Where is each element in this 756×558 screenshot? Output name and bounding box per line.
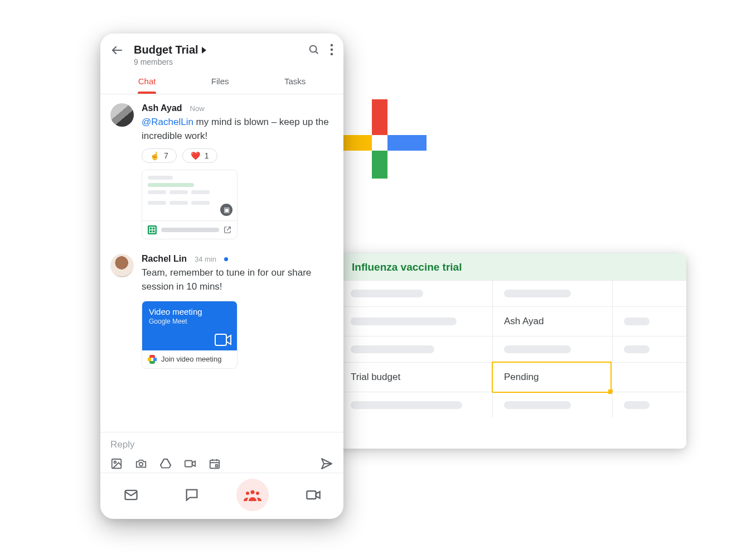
search-icon[interactable] [308, 44, 320, 56]
camera-icon[interactable] [135, 458, 147, 470]
calendar-icon[interactable] [209, 458, 221, 470]
nav-meet[interactable] [297, 479, 329, 511]
google-meet-icon [148, 355, 157, 364]
send-icon[interactable] [320, 457, 333, 470]
open-external-icon[interactable] [224, 226, 231, 234]
tab-chat[interactable]: Chat [134, 70, 161, 94]
svg-rect-25 [307, 491, 316, 499]
author-name: Ash Ayad [142, 103, 182, 113]
meet-subtitle: Google Meet [149, 318, 230, 325]
chevron-right-icon [202, 47, 206, 54]
member-count: 9 members [134, 57, 299, 66]
svg-point-1 [310, 46, 317, 52]
sheets-icon [148, 225, 157, 234]
nav-spaces[interactable] [236, 479, 269, 511]
cell-label[interactable]: Trial budget [351, 372, 400, 383]
sheet-attachment[interactable]: ▣ [142, 170, 238, 239]
attachment-name-placeholder [161, 228, 219, 232]
google-plus-glyph [332, 99, 427, 179]
tab-files[interactable]: Files [207, 70, 234, 94]
svg-point-3 [331, 44, 333, 47]
reaction-chip[interactable]: ☝️ 7 [142, 148, 177, 163]
reaction-emoji: ❤️ [191, 151, 200, 160]
video-tool-icon[interactable] [184, 458, 196, 470]
svg-rect-14 [185, 461, 192, 467]
back-button[interactable] [110, 44, 125, 57]
timestamp: Now [190, 104, 205, 113]
more-icon[interactable] [330, 44, 333, 56]
nav-mail[interactable] [115, 479, 147, 511]
message-text: @RachelLin my mind is blown – keep up th… [142, 116, 333, 143]
author-name: Rachel Lin [142, 254, 187, 264]
reply-area: Reply [100, 432, 343, 473]
insert-icon: ▣ [220, 204, 232, 216]
svg-point-13 [139, 463, 143, 466]
avatar[interactable] [110, 103, 134, 127]
selected-cell[interactable]: Pending [492, 362, 612, 393]
meet-title: Video meeting [149, 307, 230, 316]
svg-point-5 [331, 53, 333, 56]
reaction-count: 1 [205, 151, 209, 160]
meet-card[interactable]: Video meeting Google Meet Join video mee… [142, 301, 238, 369]
svg-point-23 [246, 492, 249, 495]
tab-tasks[interactable]: Tasks [280, 70, 310, 94]
svg-point-4 [331, 49, 333, 51]
svg-point-22 [250, 490, 254, 494]
nav-chat[interactable] [176, 479, 208, 511]
svg-rect-19 [216, 465, 218, 467]
drive-icon[interactable] [159, 458, 172, 470]
message: Ash Ayad Now @RachelLin my mind is blown… [110, 103, 333, 239]
message: Rachel Lin 34 min Team, remember to tune… [110, 254, 333, 368]
message-text: Team, remember to tune in for our share … [142, 266, 333, 294]
reaction-chip[interactable]: ❤️ 1 [182, 148, 217, 163]
svg-point-24 [256, 492, 259, 495]
chat-phone-surface: Budget Trial 9 members Chat Files Tasks [100, 33, 343, 519]
avatar[interactable] [110, 254, 134, 277]
svg-point-12 [114, 461, 116, 463]
image-icon[interactable] [110, 458, 123, 470]
cell-assignee[interactable]: Ash Ayad [504, 316, 544, 327]
room-title[interactable]: Budget Trial [134, 44, 299, 56]
reply-input[interactable]: Reply [110, 439, 333, 450]
mention[interactable]: @RachelLin [142, 117, 193, 127]
sheet-title: Influenza vaccine trial [340, 253, 686, 281]
spreadsheet-card: Influenza vaccine trial Ash Ayad Trial b… [340, 253, 686, 449]
svg-rect-10 [215, 334, 226, 345]
reaction-emoji: ☝️ [150, 151, 159, 160]
join-meeting-label: Join video meeting [161, 355, 221, 363]
svg-line-2 [316, 51, 318, 54]
video-icon [215, 334, 231, 346]
timestamp: 34 min [195, 255, 216, 263]
unread-dot [224, 257, 228, 261]
reaction-count: 7 [164, 151, 168, 160]
